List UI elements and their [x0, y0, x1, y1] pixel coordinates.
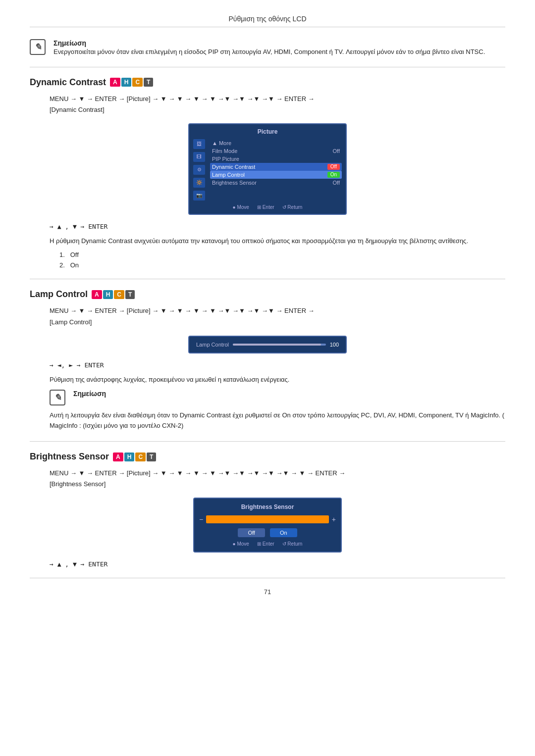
- osd-footer-dc: ● Move ⊞ Enter ↺ Return: [193, 204, 342, 210]
- osd-items-dc: ▲ More Film Mode Off PIP Picture Dynamic…: [210, 139, 342, 201]
- badge-h-lc: H: [103, 290, 113, 299]
- bs-screen: Brightness Sensor − + Off On ● Move ⊞ En…: [193, 498, 342, 553]
- desc-lc-1: Ρύθμιση της ανάστροφης λυχνίας, προκειμέ…: [50, 375, 505, 385]
- osd-icon-3: ⚙: [193, 165, 205, 175]
- osd-screen-container-dc: Picture 🖼 🎞 ⚙ 🔆 📷 ▲ More Film Mode Off P…: [30, 123, 505, 215]
- nav-hint-bs: → ▲ , ▼ → ENTER: [50, 560, 505, 568]
- osd-icons: 🖼 🎞 ⚙ 🔆 📷: [193, 139, 207, 201]
- option-dc-2: 2. On: [59, 261, 505, 269]
- desc-lc-2: Αυτή η λειτουργία δεν είναι διαθέσιμη ότ…: [50, 410, 505, 431]
- section-dynamic-contrast: Dynamic Contrast A H C T: [30, 77, 505, 88]
- lamp-slider-track: [233, 344, 326, 346]
- note-label-1: Σημείωση: [54, 39, 86, 47]
- lamp-screen: Lamp Control 100: [188, 336, 347, 353]
- note-1: ✎ Σημείωση Ενεργοποιείται μόνον όταν είν…: [30, 39, 505, 57]
- note-icon-1: ✎: [30, 39, 46, 55]
- badge-group-dc: A H C T: [110, 78, 153, 87]
- badge-t-bs: T: [147, 453, 156, 461]
- section-title-lc: Lamp Control: [30, 289, 88, 300]
- badge-c-lc: C: [114, 290, 124, 299]
- osd-icon-2: 🎞: [193, 152, 205, 162]
- bs-btn-off[interactable]: Off: [238, 528, 265, 537]
- lamp-label: Lamp Control: [196, 342, 229, 348]
- header-title: Ρύθμιση της οθόνης LCD: [228, 15, 306, 23]
- bs-footer: ● Move ⊞ Enter ↺ Return: [199, 541, 336, 547]
- badge-c-dc: C: [132, 78, 143, 87]
- section-title-bs: Brightness Sensor: [30, 452, 109, 462]
- menu-path-bs: MENU → ▼ → ENTER → [Picture] → ▼ → ▼ → ▼…: [50, 468, 505, 490]
- note-text-1: Ενεργοποιείται μόνον όταν είναι επιλεγμέ…: [54, 47, 485, 57]
- osd-row-brightness: Brightness Sensor Off: [210, 179, 342, 187]
- section-title-dc: Dynamic Contrast: [30, 77, 106, 88]
- menu-path-lc: MENU → ▼ → ENTER → [Picture] → ▼ → ▼ → ▼…: [50, 305, 505, 327]
- bs-slider-track: [206, 515, 329, 523]
- osd-screen-dc: Picture 🖼 🎞 ⚙ 🔆 📷 ▲ More Film Mode Off P…: [188, 123, 347, 215]
- note-2: ✎ Σημείωση: [50, 390, 505, 405]
- osd-row-lampcontrol: Lamp Control On: [210, 171, 342, 179]
- badge-a-lc: A: [92, 290, 102, 299]
- bs-title: Brightness Sensor: [199, 504, 336, 510]
- bs-btn-on[interactable]: On: [270, 528, 297, 537]
- lamp-row: Lamp Control 100: [196, 342, 339, 348]
- osd-screen-container-lc: Lamp Control 100: [30, 336, 505, 353]
- lamp-slider-fill: [233, 344, 321, 346]
- divider-2: [30, 279, 505, 279]
- osd-icon-5: 📷: [193, 191, 205, 201]
- osd-row-filmmode: Film Mode Off: [210, 147, 342, 155]
- badge-a-dc: A: [110, 78, 120, 87]
- osd-content-dc: 🖼 🎞 ⚙ 🔆 📷 ▲ More Film Mode Off PIP Pictu…: [193, 139, 342, 201]
- bs-plus-icon: +: [332, 515, 336, 523]
- nav-hint-lc: → ◄, ► → ENTER: [50, 361, 505, 369]
- menu-path-dc: MENU → ▼ → ENTER → [Picture] → ▼ → ▼ → ▼…: [50, 94, 505, 115]
- badge-group-bs: A H C T: [113, 453, 156, 461]
- badge-c-bs: C: [135, 453, 146, 461]
- section-brightness-sensor: Brightness Sensor A H C T: [30, 452, 505, 462]
- option-dc-1: 1. Off: [59, 251, 505, 258]
- divider-1: [30, 67, 505, 67]
- badge-group-lc: A H C T: [92, 290, 135, 299]
- osd-icon-1: 🖼: [193, 139, 205, 149]
- note-icon-2: ✎: [50, 390, 65, 405]
- osd-icon-4: 🔆: [193, 178, 205, 188]
- page-header: Ρύθμιση της οθόνης LCD: [30, 15, 505, 27]
- osd-row-dyncontrast: Dynamic Contrast Off: [210, 163, 342, 171]
- osd-title-dc: Picture: [193, 128, 342, 135]
- page-number: 71: [30, 588, 505, 596]
- badge-h-bs: H: [124, 453, 135, 461]
- lamp-value: 100: [330, 342, 339, 348]
- nav-hint-dc: → ▲ , ▼ → ENTER: [50, 223, 505, 230]
- badge-a-bs: A: [113, 453, 123, 461]
- badge-t-dc: T: [144, 78, 153, 87]
- section-lamp-control: Lamp Control A H C T: [30, 289, 505, 300]
- osd-screen-container-bs: Brightness Sensor − + Off On ● Move ⊞ En…: [30, 498, 505, 553]
- osd-row-pip: PIP Picture: [210, 155, 342, 163]
- note-label-2: Σημείωση: [73, 390, 106, 398]
- bs-buttons: Off On: [199, 528, 336, 537]
- badge-t-lc: T: [125, 290, 135, 299]
- bs-slider-row: − +: [199, 515, 336, 523]
- desc-dc: Η ρύθμιση Dynamic Contrast ανιχνεύει αυτ…: [50, 236, 505, 247]
- badge-h-dc: H: [121, 78, 132, 87]
- osd-row-more: ▲ More: [210, 139, 342, 147]
- bs-minus-icon: −: [199, 515, 203, 523]
- divider-3: [30, 441, 505, 442]
- divider-4: [30, 578, 505, 578]
